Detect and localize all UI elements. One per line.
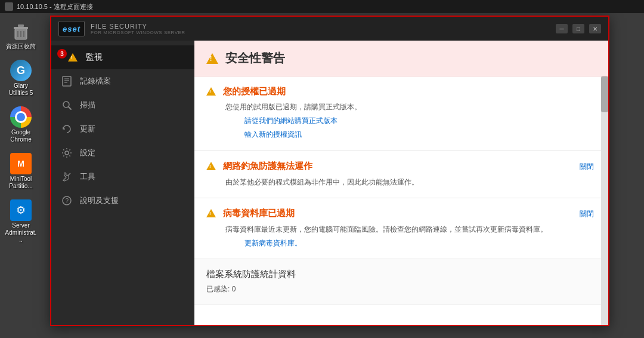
recycle-bin-label: 資源回收筒 (6, 43, 36, 50)
sidebar-item-help-label: 說明及支援 (80, 195, 119, 206)
sidebar-item-update-label: 更新 (80, 124, 95, 134)
desktop-icon-server-admin[interactable]: ⚙ Server Administrat... (2, 197, 39, 246)
eset-logo: eset (58, 21, 85, 36)
eset-window: eset FILE SECURITY FOR MICROSOFT WINDOWS… (50, 16, 609, 326)
settings-icon (61, 147, 73, 159)
recycle-bin-icon (10, 20, 32, 42)
sidebar-item-settings[interactable]: 設定 (51, 141, 194, 165)
alert-filesystem: 檔案系統防護統計資料 已感染: 0 (194, 259, 608, 305)
alert-filesystem-title: 檔案系統防護統計資料 (206, 269, 596, 280)
alert-phishing: 網路釣魚防護無法運作 關閉 由於某他必要的程式模組為非作用中，因此此功能無法運作… (194, 151, 608, 198)
svg-line-13 (68, 173, 70, 176)
sidebar-item-log-label: 記錄檔案 (80, 76, 111, 87)
eset-product-name: FILE SECURITY (91, 23, 185, 30)
svg-rect-6 (63, 76, 71, 86)
desktop: 10.10.10.5 - 遠程桌面連接 資源回收筒 G Glary Uti (0, 0, 644, 338)
eset-titlebar-controls: ─ □ ✕ (556, 24, 601, 33)
sidebar-item-scan[interactable]: 掃描 (51, 93, 194, 117)
sidebar-item-monitor[interactable]: 3 監視 (51, 45, 194, 69)
chrome-icon (10, 106, 32, 128)
alert-virusdb-close-btn[interactable]: 關閉 (577, 208, 596, 220)
alert-virusdb: 病毒資料庫已過期 關閉 病毒資料庫最近未更新，您的電腦可能面臨風險。請檢查您的網… (194, 198, 608, 259)
sidebar-item-scan-label: 掃描 (80, 100, 95, 110)
alert-license-desc: 您使用的試用版已過期，請購買正式版本。 請從我們的網站購買正式版本 輸入新的授權… (225, 102, 596, 141)
chrome-label: Google Chrome (5, 129, 37, 143)
eset-titlebar: eset FILE SECURITY FOR MICROSOFT WINDOWS… (51, 17, 608, 41)
minimize-button[interactable]: ─ (556, 24, 568, 33)
alert-phishing-desc: 由於某他必要的程式模組為非作用中，因此此功能無法運作。 (225, 177, 596, 188)
desktop-icon-glary[interactable]: G Glary Utilities 5 (2, 57, 39, 99)
eset-sidebar: 3 監視 記錄檔案 (51, 41, 194, 325)
sidebar-item-help[interactable]: ? 說明及支援 (51, 189, 194, 213)
eset-logo-text: eset (63, 24, 80, 33)
security-header-triangle-icon (206, 53, 218, 64)
svg-text:?: ? (66, 198, 69, 204)
alert-license-header: 您的授權已過期 (206, 86, 596, 98)
security-alert-header: 安全性警告 (194, 41, 608, 76)
eset-product-block: FILE SECURITY FOR MICROSOFT WINDOWS SERV… (91, 23, 185, 35)
help-icon: ? (61, 195, 73, 207)
tools-icon (61, 171, 73, 183)
desktop-icons-container: 資源回收筒 G Glary Utilities 5 Google Chrome … (0, 0, 42, 338)
alert-phishing-header: 網路釣魚防護無法運作 關閉 (206, 161, 596, 173)
eset-body: 3 監視 記錄檔案 (51, 41, 608, 325)
alert-phishing-title: 網路釣魚防護無法運作 (223, 161, 570, 172)
scrollbar-track (601, 76, 608, 325)
sidebar-item-monitor-label: 監視 (86, 52, 103, 63)
eset-product-sub: FOR MICROSOFT WINDOWS SERVER (91, 30, 185, 35)
alert-list: 您的授權已過期 您使用的試用版已過期，請購買正式版本。 請從我們的網站購買正式版… (194, 76, 608, 325)
monitor-alert-icon (67, 51, 79, 63)
alert-virusdb-link[interactable]: 更新病毒資料庫。 (244, 238, 596, 249)
sidebar-item-tools[interactable]: 工具 (51, 165, 194, 189)
triangle-icon (68, 53, 78, 62)
svg-rect-1 (14, 27, 28, 29)
alert-filesystem-header: 檔案系統防護統計資料 (206, 269, 596, 280)
maximize-button[interactable]: □ (572, 24, 584, 33)
eset-titlebar-left: eset FILE SECURITY FOR MICROSOFT WINDOWS… (58, 21, 185, 36)
alert-triangle-icon-2 (206, 162, 216, 170)
alert-license-title: 您的授權已過期 (223, 86, 596, 97)
close-button[interactable]: ✕ (589, 24, 601, 33)
sidebar-item-update[interactable]: 更新 (51, 117, 194, 141)
alert-virusdb-header: 病毒資料庫已過期 關閉 (206, 208, 596, 220)
svg-point-12 (65, 151, 69, 155)
server-admin-label: Server Administrat... (5, 222, 37, 244)
sidebar-item-settings-label: 設定 (80, 148, 95, 158)
scrollbar-thumb[interactable] (601, 76, 608, 112)
svg-line-11 (69, 107, 71, 109)
glary-label: Glary Utilities 5 (5, 82, 37, 97)
security-header-title: 安全性警告 (225, 50, 285, 66)
alert-filesystem-desc: 已感染: 0 (206, 284, 596, 295)
minitool-label: MiniTool Partitio... (5, 176, 37, 190)
log-icon (61, 75, 73, 87)
alert-badge: 3 (57, 49, 67, 59)
glary-icon: G (10, 60, 32, 81)
alert-license-link1[interactable]: 請從我們的網站購買正式版本 (244, 115, 596, 127)
server-admin-icon: ⚙ (10, 199, 32, 221)
eset-logo-box: eset (58, 21, 85, 36)
alert-virusdb-desc: 病毒資料庫最近未更新，您的電腦可能面臨風險。請檢查您的網路連線，並嘗試再次更新病… (225, 224, 596, 249)
alert-virusdb-title: 病毒資料庫已過期 (223, 208, 570, 219)
desktop-icon-chrome[interactable]: Google Chrome (2, 104, 39, 146)
alert-license-expired: 您的授權已過期 您使用的試用版已過期，請購買正式版本。 請從我們的網站購買正式版… (194, 76, 608, 151)
desktop-icon-minitool[interactable]: M MiniTool Partitio... (2, 150, 39, 192)
alert-phishing-close-btn[interactable]: 關閉 (577, 161, 596, 173)
update-icon (61, 123, 73, 135)
rdp-titlebar: 10.10.10.5 - 遠程桌面連接 (0, 0, 644, 13)
sidebar-item-log[interactable]: 記錄檔案 (51, 69, 194, 93)
rdp-title: 10.10.10.5 - 遠程桌面連接 (5, 2, 93, 11)
rdp-icon (5, 2, 13, 11)
eset-main-content: 安全性警告 您的授權已過期 您使用的試用版已過期，請購買正式版本。 (194, 41, 608, 325)
svg-rect-2 (18, 24, 24, 27)
alert-triangle-icon-3 (206, 209, 216, 217)
scan-icon (61, 99, 73, 111)
alert-license-link2[interactable]: 輸入新的授權資訊 (244, 129, 596, 140)
desktop-icon-recycle-bin[interactable]: 資源回收筒 (2, 18, 39, 53)
sidebar-item-tools-label: 工具 (80, 171, 95, 182)
alert-triangle-icon-1 (206, 87, 216, 96)
minitool-icon: M (10, 153, 32, 174)
